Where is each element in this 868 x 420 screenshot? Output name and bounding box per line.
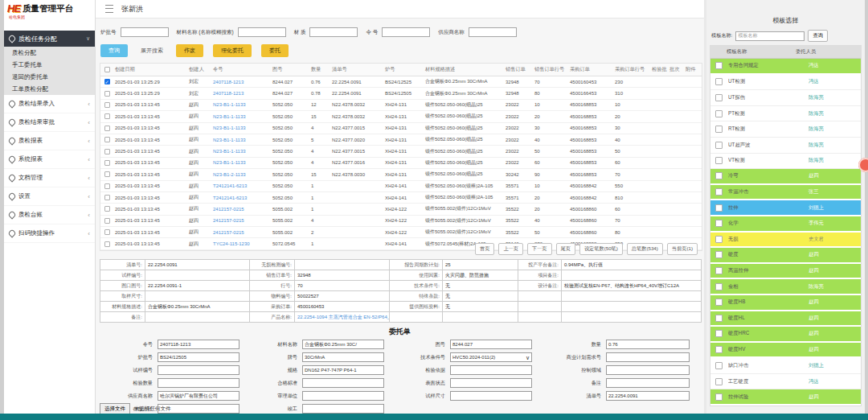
template-person[interactable]: 冯达	[809, 378, 819, 385]
template-person[interactable]: 赵四	[809, 330, 819, 337]
template-row-checkbox[interactable]	[715, 126, 723, 133]
row-checkbox[interactable]: ✓	[104, 79, 110, 84]
sidebar-group-task-assign[interactable]: 质检任务分配 ∨	[4, 31, 95, 47]
template-person[interactable]: 陈海亮	[809, 110, 824, 117]
form-input[interactable]	[606, 365, 690, 375]
order-number-link[interactable]: T2412141-6213	[211, 196, 271, 200]
sidebar-item[interactable]: 质检报表‹	[4, 132, 95, 150]
form-input[interactable]	[302, 378, 384, 388]
hamburger-menu-icon[interactable]	[105, 5, 113, 13]
sidebar-item[interactable]: 质检台账‹	[4, 206, 95, 224]
form-input[interactable]	[302, 391, 384, 401]
form-input[interactable]	[606, 352, 690, 362]
order-number-link[interactable]: 2412157-0215	[211, 218, 271, 223]
row-checkbox[interactable]	[104, 171, 110, 177]
order-number-link[interactable]: 2412157-0215	[211, 207, 271, 212]
row-checkbox[interactable]	[104, 218, 110, 224]
template-person[interactable]: 赵四	[809, 251, 819, 258]
template-person[interactable]: 张三	[809, 188, 819, 196]
form-input[interactable]: 合金钢板Φ0.25mm 30C/	[302, 340, 384, 349]
tech-condition-select[interactable]: HVC50.2024-011(2)∨	[450, 352, 532, 362]
form-input[interactable]	[158, 378, 240, 388]
form-input[interactable]	[302, 404, 384, 414]
form-input[interactable]: 8244.027	[450, 340, 532, 349]
template-person[interactable]: 李伟元	[809, 220, 824, 227]
sidebar-item[interactable]: 设置‹	[4, 187, 95, 206]
template-row-checkbox[interactable]	[715, 172, 723, 179]
template-row-checkbox[interactable]	[715, 346, 723, 353]
template-person[interactable]: 陈海亮	[809, 157, 824, 164]
filter-input[interactable]	[309, 27, 358, 37]
sidebar-subitem[interactable]: 手工委托单	[4, 59, 95, 71]
template-person[interactable]: 赵四	[809, 393, 819, 401]
form-input[interactable]: 30CrMnA	[302, 352, 384, 362]
template-person[interactable]: 刘德上	[809, 362, 824, 369]
select-all-checkbox[interactable]	[104, 67, 110, 72]
template-person[interactable]: 冯达	[809, 78, 819, 85]
form-input[interactable]	[450, 378, 532, 388]
order-number-link[interactable]: N23-B1-1-1133	[211, 114, 271, 119]
template-person[interactable]: 赵四	[809, 299, 819, 306]
pagination-button[interactable]: 下一页	[527, 243, 552, 255]
filter-input[interactable]	[238, 27, 286, 37]
sidebar-item[interactable]: 系统报表‹	[4, 150, 95, 169]
template-row-checkbox[interactable]	[715, 62, 723, 69]
row-checkbox[interactable]	[104, 241, 110, 247]
template-row-checkbox[interactable]	[715, 78, 723, 85]
product-name-link[interactable]: 22.2254-1094 主蒸汽管道合金 EN-52/P64_50V(Pu=46…	[295, 312, 390, 323]
form-input[interactable]	[450, 365, 532, 375]
sidebar-subitem[interactable]: 退回的委托单	[4, 71, 95, 83]
template-row-checkbox[interactable]	[715, 362, 723, 369]
template-person[interactable]: 赵四	[809, 172, 819, 179]
template-row-checkbox[interactable]	[715, 267, 723, 274]
row-checkbox[interactable]	[104, 195, 110, 200]
template-row-checkbox[interactable]	[715, 251, 723, 258]
order-number-link[interactable]: N23-B1-1-1133	[211, 138, 271, 142]
template-row-checkbox[interactable]	[715, 157, 723, 164]
row-checkbox[interactable]	[104, 91, 110, 97]
template-row-checkbox[interactable]	[715, 236, 723, 243]
form-input[interactable]: 22.2254.0091	[606, 391, 690, 401]
toolbar-button[interactable]: 查询	[100, 44, 128, 57]
template-row-checkbox[interactable]	[715, 283, 723, 290]
row-checkbox[interactable]	[104, 113, 110, 119]
form-input[interactable]: 2407118-1213	[158, 340, 240, 349]
order-number-link[interactable]: N23-B1-1-1133	[211, 149, 271, 154]
template-person[interactable]: 刘德上	[809, 204, 824, 212]
row-checkbox[interactable]	[104, 149, 110, 154]
template-row-checkbox[interactable]	[715, 220, 723, 227]
row-checkbox[interactable]	[104, 126, 110, 131]
template-search-button[interactable]: 查询	[808, 30, 827, 42]
template-person[interactable]: 陈海亮	[809, 94, 824, 101]
pagination-button[interactable]: 尾页	[556, 243, 575, 255]
pagination-button[interactable]: 上一页	[498, 243, 523, 255]
toolbar-button[interactable]: 委托	[261, 44, 289, 57]
template-search-input[interactable]: 模板名称	[735, 31, 805, 41]
pagination-button[interactable]: 当前页(1)	[667, 243, 698, 255]
sidebar-item[interactable]: 扫码快捷操作‹	[4, 224, 95, 243]
form-input[interactable]	[158, 365, 240, 375]
template-row-checkbox[interactable]	[715, 94, 723, 101]
template-person[interactable]: 赵四	[809, 346, 819, 353]
sidebar-item[interactable]: 质检结果审批‹	[4, 113, 95, 132]
order-number-link[interactable]: N23-B1-1-1133	[211, 126, 271, 130]
order-number-link[interactable]: T2412141-6213	[211, 183, 271, 188]
sidebar-item[interactable]: 文档管理‹	[4, 169, 95, 187]
template-row-checkbox[interactable]	[715, 330, 723, 337]
template-row-checkbox[interactable]	[715, 315, 723, 322]
form-input[interactable]	[606, 378, 690, 388]
order-number-link[interactable]: 2412157-0215	[211, 230, 271, 235]
template-person[interactable]: 冯达	[809, 62, 819, 69]
filter-input[interactable]	[382, 27, 430, 37]
form-input[interactable]: DN162 P47-747P P64-1	[302, 365, 384, 375]
filter-input[interactable]	[121, 27, 169, 37]
template-row-checkbox[interactable]	[715, 110, 723, 117]
pagination-button[interactable]: 设定笔数(50笔)	[579, 243, 623, 255]
sidebar-item[interactable]: 质检结果录入‹	[4, 95, 95, 113]
order-number-link[interactable]: N23-B1-1-1133	[211, 102, 271, 107]
template-person[interactable]: 陈海亮	[809, 283, 824, 290]
template-row-checkbox[interactable]	[715, 142, 723, 149]
template-row-checkbox[interactable]	[715, 393, 723, 401]
row-checkbox[interactable]	[104, 206, 110, 212]
row-checkbox[interactable]	[104, 229, 110, 235]
